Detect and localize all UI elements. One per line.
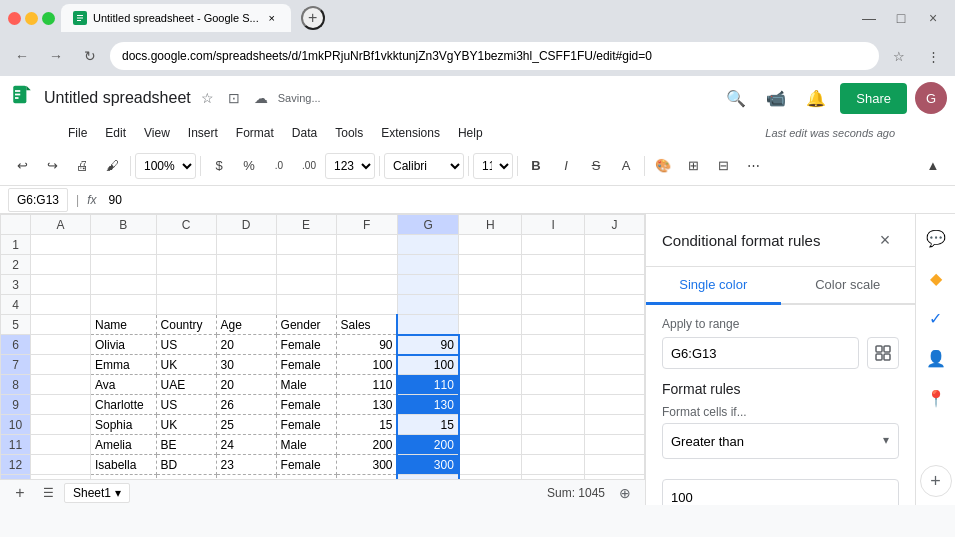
cell-a4[interactable] — [31, 295, 91, 315]
cell-a3[interactable] — [31, 275, 91, 295]
sheets-list-button[interactable]: ☰ — [36, 481, 60, 505]
cell-j8[interactable] — [584, 375, 644, 395]
cell-f8[interactable]: 110 — [336, 375, 397, 395]
text-color-button[interactable]: A — [612, 152, 640, 180]
cell-i10[interactable] — [522, 415, 585, 435]
tab-close-button[interactable]: × — [265, 11, 279, 25]
cell-f1[interactable] — [336, 235, 397, 255]
cell-b8[interactable]: Ava — [91, 375, 157, 395]
cell-f13[interactable]: 100 — [336, 475, 397, 480]
cell-b3[interactable] — [91, 275, 157, 295]
col-header-h[interactable]: H — [459, 215, 522, 235]
cell-i7[interactable] — [522, 355, 585, 375]
cell-f10[interactable]: 15 — [336, 415, 397, 435]
sheet-tab-sheet1[interactable]: Sheet1 ▾ — [64, 483, 130, 503]
cell-i9[interactable] — [522, 395, 585, 415]
cell-i2[interactable] — [522, 255, 585, 275]
cell-b12[interactable]: Isabella — [91, 455, 157, 475]
cell-a11[interactable] — [31, 435, 91, 455]
cell-i1[interactable] — [522, 235, 585, 255]
cell-a6[interactable] — [31, 335, 91, 355]
cell-d12[interactable]: 23 — [216, 455, 276, 475]
paint-format-button[interactable]: 🖌 — [98, 152, 126, 180]
back-button[interactable]: ← — [8, 42, 36, 70]
cell-d8[interactable]: 20 — [216, 375, 276, 395]
cell-h12[interactable] — [459, 455, 522, 475]
menu-format[interactable]: Format — [228, 124, 282, 142]
browser-tab[interactable]: Untitled spreadsheet - Google S... × — [61, 4, 291, 32]
cell-b4[interactable] — [91, 295, 157, 315]
cell-e11[interactable]: Male — [276, 435, 336, 455]
cell-f3[interactable] — [336, 275, 397, 295]
menu-extensions[interactable]: Extensions — [373, 124, 448, 142]
cell-e10[interactable]: Female — [276, 415, 336, 435]
cell-g6[interactable]: 90 — [397, 335, 458, 355]
cell-j5[interactable] — [584, 315, 644, 335]
redo-button[interactable]: ↪ — [38, 152, 66, 180]
cell-a10[interactable] — [31, 415, 91, 435]
format-select[interactable]: 123 — [325, 153, 375, 179]
cell-reference-input[interactable] — [8, 188, 68, 212]
video-call-button[interactable]: 📹 — [760, 82, 792, 114]
cell-e7[interactable]: Female — [276, 355, 336, 375]
cell-j3[interactable] — [584, 275, 644, 295]
new-tab-button[interactable]: + — [301, 6, 325, 30]
range-input[interactable] — [662, 337, 859, 369]
cell-e13[interactable]: Female — [276, 475, 336, 480]
cell-i11[interactable] — [522, 435, 585, 455]
cell-b6[interactable]: Olivia — [91, 335, 157, 355]
browser-menu-button[interactable]: ⋮ — [919, 42, 947, 70]
cell-c3[interactable] — [156, 275, 216, 295]
bookmark-button[interactable]: ☆ — [885, 42, 913, 70]
cell-g2[interactable] — [397, 255, 458, 275]
cell-g7[interactable]: 100 — [397, 355, 458, 375]
strikethrough-button[interactable]: S — [582, 152, 610, 180]
cell-f7[interactable]: 100 — [336, 355, 397, 375]
browser-minimize-icon[interactable]: — — [855, 4, 883, 32]
panel-close-button[interactable]: × — [871, 226, 899, 254]
cell-b9[interactable]: Charlotte — [91, 395, 157, 415]
cell-g12[interactable]: 300 — [397, 455, 458, 475]
cell-h2[interactable] — [459, 255, 522, 275]
cell-j6[interactable] — [584, 335, 644, 355]
cell-e4[interactable] — [276, 295, 336, 315]
cell-f2[interactable] — [336, 255, 397, 275]
minimize-window-button[interactable] — [25, 12, 38, 25]
cloud-icon[interactable]: ☁ — [250, 88, 272, 108]
cell-e2[interactable] — [276, 255, 336, 275]
print-button[interactable]: 🖨 — [68, 152, 96, 180]
cell-b11[interactable]: Amelia — [91, 435, 157, 455]
cell-d11[interactable]: 24 — [216, 435, 276, 455]
cell-i12[interactable] — [522, 455, 585, 475]
undo-button[interactable]: ↩ — [8, 152, 36, 180]
cell-h13[interactable] — [459, 475, 522, 480]
cell-e12[interactable]: Female — [276, 455, 336, 475]
tab-color-scale[interactable]: Color scale — [781, 267, 916, 305]
cell-d5[interactable]: Age — [216, 315, 276, 335]
cell-j11[interactable] — [584, 435, 644, 455]
cell-j1[interactable] — [584, 235, 644, 255]
col-header-c[interactable]: C — [156, 215, 216, 235]
cell-d10[interactable]: 25 — [216, 415, 276, 435]
cell-h10[interactable] — [459, 415, 522, 435]
cell-h9[interactable] — [459, 395, 522, 415]
cell-d3[interactable] — [216, 275, 276, 295]
person-icon-button[interactable]: 👤 — [920, 342, 952, 374]
cell-j2[interactable] — [584, 255, 644, 275]
cell-b10[interactable]: Sophia — [91, 415, 157, 435]
share-button[interactable]: Share — [840, 83, 907, 114]
maximize-window-button[interactable] — [42, 12, 55, 25]
cell-c2[interactable] — [156, 255, 216, 275]
cell-g10[interactable]: 15 — [397, 415, 458, 435]
doc-title[interactable]: Untitled spreadsheet — [44, 89, 191, 107]
cell-c7[interactable]: UK — [156, 355, 216, 375]
cell-g8[interactable]: 110 — [397, 375, 458, 395]
condition-value-input[interactable] — [662, 479, 899, 505]
cell-h6[interactable] — [459, 335, 522, 355]
cell-j9[interactable] — [584, 395, 644, 415]
cell-e3[interactable] — [276, 275, 336, 295]
forward-button[interactable]: → — [42, 42, 70, 70]
cell-a5[interactable] — [31, 315, 91, 335]
cell-h4[interactable] — [459, 295, 522, 315]
cell-b13[interactable]: Mia — [91, 475, 157, 480]
